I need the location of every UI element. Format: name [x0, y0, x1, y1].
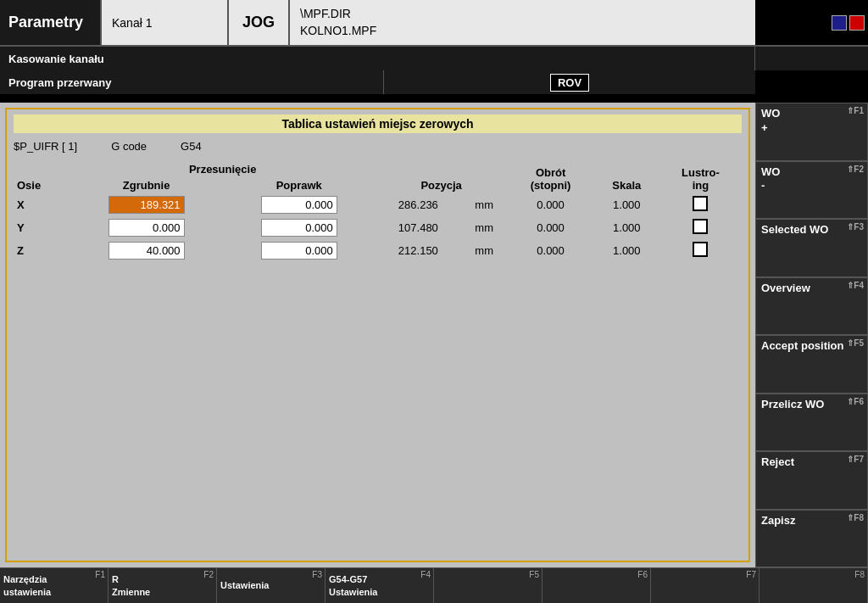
fkey-num: F7 — [746, 570, 756, 579]
col-zgrubnie: Zgrubnie — [70, 177, 223, 193]
close-button[interactable] — [849, 15, 865, 31]
sidebar-btn-1[interactable]: ⇑F1 WO+ — [755, 103, 868, 161]
unit-label: mm — [461, 216, 508, 239]
col-osie: Osie — [14, 161, 70, 193]
fkey-num: F6 — [637, 570, 648, 579]
kanal-text: Kanał 1 — [112, 16, 152, 30]
zgrubnie-cell[interactable]: 0.000 — [70, 216, 223, 239]
shortcut-label: ⇑F3 — [847, 222, 864, 232]
col-obrot: Obrót (stopni) — [507, 161, 593, 193]
fkey-num: F8 — [854, 570, 865, 579]
content-area: Tablica ustawień miejsc zerowych $P_UIFR… — [0, 103, 755, 567]
path-dir: \MPF.DIR — [300, 6, 376, 23]
sidebar-btn-5[interactable]: ⇑F5 Accept position — [755, 335, 868, 394]
fkey-label: G54-G57Ustawienia — [329, 573, 430, 598]
status-right — [755, 47, 868, 70]
program-right — [755, 70, 868, 94]
info-row: $P_UIFR [ 1] G code G54 — [14, 140, 742, 153]
col-przesuniecie: Przesunięcie — [70, 161, 376, 177]
fkey-f2[interactable]: F2 RZmienne — [108, 568, 217, 603]
kasowanie-text: Kasowanie kanału — [8, 53, 104, 65]
col-lustro: Lustro- ing — [659, 161, 742, 193]
program-label: Program przerwany — [0, 70, 384, 94]
zgrubnie-input[interactable]: 189.321 — [108, 196, 185, 214]
fkey-num: F3 — [312, 570, 322, 579]
shortcut-label: ⇑F6 — [847, 397, 864, 406]
zero-offsets-table: Osie Przesunięcie Pozycja Obrót (stopni)… — [14, 161, 742, 262]
sidebar-btn-3[interactable]: ⇑F3 Selected WO — [755, 219, 868, 277]
checkbox-icon[interactable] — [693, 196, 708, 211]
sidebar-btn-2[interactable]: ⇑F2 WO- — [755, 161, 868, 220]
main-layout: Tablica ustawień miejsc zerowych $P_UIFR… — [0, 103, 868, 567]
lustro-checkbox[interactable] — [659, 216, 742, 239]
shortcut-label: ⇑F7 — [847, 455, 864, 464]
rov-badge: ROV — [550, 74, 589, 92]
checkbox-icon[interactable] — [693, 242, 708, 257]
unit-label: mm — [461, 193, 508, 216]
shortcut-label: ⇑F1 — [847, 106, 864, 115]
parametry-label: Parametry — [0, 0, 102, 45]
fkey-f8[interactable]: F8 — [760, 568, 868, 603]
fkey-num: F1 — [95, 570, 105, 579]
sidebar-btn-6[interactable]: ⇑F6 Przelicz WO — [755, 394, 868, 452]
window-controls — [755, 0, 868, 45]
jog-text: JOG — [242, 14, 275, 31]
fkey-num: F2 — [203, 570, 214, 579]
program-text: Program przerwany — [8, 76, 111, 89]
spacer — [0, 94, 868, 103]
skala-value: 1.000 — [594, 193, 659, 216]
fkey-f5[interactable]: F5 — [434, 568, 542, 603]
obrot-value: 0.000 — [507, 216, 593, 239]
col-skala: Skala — [594, 161, 659, 193]
fkey-f6[interactable]: F6 — [542, 568, 651, 603]
kanal-label: Kanał 1 — [102, 0, 229, 45]
zgrubnie-cell[interactable]: 40.000 — [70, 239, 223, 262]
fkey-num: F4 — [420, 570, 431, 579]
sidebar-btn-4[interactable]: ⇑F4 Overview — [755, 277, 868, 336]
fkey-f4[interactable]: F4 G54-G57Ustawienia — [326, 568, 434, 603]
lustro-checkbox[interactable] — [659, 193, 742, 216]
fkey-f3[interactable]: F3 Ustawienia — [217, 568, 326, 603]
table-row: Y 0.000 0.000 107.480 mm 0.000 1.000 — [14, 216, 742, 239]
fkey-label: Narzędziaustawienia — [3, 573, 104, 598]
right-sidebar: ⇑F1 WO+ ⇑F2 WO- ⇑F3 Selected WO ⇑F4 Over… — [755, 103, 868, 567]
minimize-button[interactable] — [832, 15, 847, 31]
sidebar-btn-8[interactable]: ⇑F8 Zapisz — [755, 510, 868, 568]
poprawk-input[interactable]: 0.000 — [261, 242, 337, 260]
program-bar: Program przerwany ROV — [0, 70, 868, 94]
sidebar-btn-7[interactable]: ⇑F7 Reject — [755, 451, 868, 510]
fkey-f1[interactable]: F1 Narzędziaustawienia — [0, 568, 108, 603]
panel-title: Tablica ustawień miejsc zerowych — [14, 114, 742, 133]
poprawk-input[interactable]: 0.000 — [261, 196, 337, 214]
poprawk-cell[interactable]: 0.000 — [223, 239, 376, 262]
obrot-value: 0.000 — [507, 193, 593, 216]
fkey-num: F5 — [529, 570, 539, 579]
pozycja-value: 212.150 — [376, 239, 461, 262]
pozycja-value: 107.480 — [376, 216, 461, 239]
col-pozycja: Pozycja — [376, 161, 508, 193]
table-panel: Tablica ustawień miejsc zerowych $P_UIFR… — [5, 108, 750, 562]
axis-label: X — [14, 193, 70, 216]
zgrubnie-input[interactable]: 0.000 — [108, 219, 185, 237]
shortcut-label: ⇑F4 — [847, 281, 864, 290]
g-code-label: G code — [111, 140, 147, 153]
lustro-checkbox[interactable] — [659, 239, 742, 262]
kasowanie-label: Kasowanie kanału — [0, 47, 755, 70]
skala-value: 1.000 — [594, 239, 659, 262]
bottom-bar: F1 Narzędziaustawienia F2 RZmienne F3 Us… — [0, 567, 868, 603]
zgrubnie-input[interactable]: 40.000 — [108, 242, 185, 260]
parametry-text: Parametry — [8, 14, 83, 31]
pozycja-value: 286.236 — [376, 193, 461, 216]
checkbox-icon[interactable] — [693, 219, 708, 234]
path-file: KOLNO1.MPF — [300, 23, 376, 40]
poprawk-cell[interactable]: 0.000 — [223, 216, 376, 239]
poprawk-cell[interactable]: 0.000 — [223, 193, 376, 216]
skala-value: 1.000 — [594, 216, 659, 239]
fkey-f7[interactable]: F7 — [651, 568, 760, 603]
poprawk-input[interactable]: 0.000 — [261, 219, 337, 237]
jog-label: JOG — [229, 0, 290, 45]
fkey-label: Ustawienia — [220, 579, 321, 591]
zgrubnie-cell[interactable]: 189.321 — [70, 193, 223, 216]
col-poprawk: Poprawk — [223, 177, 376, 193]
axis-label: Z — [14, 239, 70, 262]
